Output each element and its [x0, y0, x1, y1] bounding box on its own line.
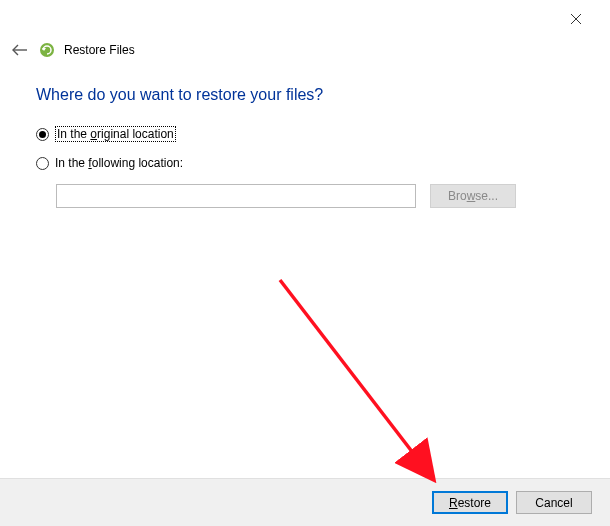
radio-selected-icon — [36, 128, 49, 141]
header: Restore Files — [10, 40, 135, 60]
back-button[interactable] — [10, 40, 30, 60]
close-icon — [570, 13, 582, 25]
annotation-arrow-icon — [0, 0, 610, 526]
footer: Restore Cancel — [0, 478, 610, 526]
cancel-button[interactable]: Cancel — [516, 491, 592, 514]
original-location-option[interactable]: In the original location — [36, 126, 574, 142]
location-row: Browse... — [56, 184, 574, 208]
following-location-label: In the following location: — [55, 156, 183, 170]
question-heading: Where do you want to restore your files? — [36, 86, 574, 104]
browse-button: Browse... — [430, 184, 516, 208]
close-button[interactable] — [556, 6, 596, 32]
location-input[interactable] — [56, 184, 416, 208]
restore-files-icon — [38, 41, 56, 59]
restore-button[interactable]: Restore — [432, 491, 508, 514]
svg-line-6 — [280, 280, 430, 475]
restore-location-group: In the original location In the followin… — [36, 126, 574, 208]
back-arrow-icon — [11, 43, 29, 57]
radio-unselected-icon — [36, 157, 49, 170]
svg-point-3 — [40, 43, 54, 57]
following-location-option[interactable]: In the following location: — [36, 156, 574, 170]
window-title: Restore Files — [64, 43, 135, 57]
content-area: Where do you want to restore your files?… — [36, 86, 574, 208]
original-location-label: In the original location — [55, 126, 176, 142]
